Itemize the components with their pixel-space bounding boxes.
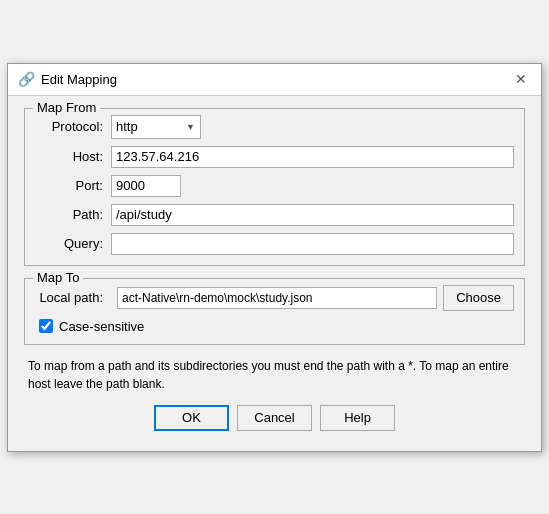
case-sensitive-label: Case-sensitive [59,319,144,334]
query-row: Query: [35,233,514,255]
protocol-row: Protocol: http https [35,115,514,139]
port-input[interactable] [111,175,181,197]
dialog-body: Map From Protocol: http https Host: Port… [8,96,541,451]
case-sensitive-checkbox[interactable] [39,319,53,333]
ok-button[interactable]: OK [154,405,229,431]
help-button[interactable]: Help [320,405,395,431]
protocol-select[interactable]: http https [111,115,201,139]
query-input[interactable] [111,233,514,255]
close-button[interactable]: ✕ [511,69,531,89]
path-label: Path: [35,207,103,222]
port-row: Port: [35,175,514,197]
map-to-group: Map To Local path: Choose Case-sensitive [24,278,525,345]
title-bar: 🔗 Edit Mapping ✕ [8,64,541,96]
map-to-label: Map To [33,270,83,285]
dialog-icon: 🔗 [18,71,35,87]
dialog-title: Edit Mapping [41,72,117,87]
info-text: To map from a path and its subdirectorie… [24,357,525,393]
edit-mapping-dialog: 🔗 Edit Mapping ✕ Map From Protocol: http… [7,63,542,452]
choose-button[interactable]: Choose [443,285,514,311]
title-bar-left: 🔗 Edit Mapping [18,71,117,87]
path-row: Path: [35,204,514,226]
local-path-input[interactable] [117,287,437,309]
host-row: Host: [35,146,514,168]
host-input[interactable] [111,146,514,168]
map-from-group: Map From Protocol: http https Host: Port… [24,108,525,266]
path-input[interactable] [111,204,514,226]
map-from-label: Map From [33,100,100,115]
port-label: Port: [35,178,103,193]
case-sensitive-row: Case-sensitive [35,319,514,334]
protocol-label: Protocol: [35,119,103,134]
protocol-select-wrapper: http https [111,115,201,139]
local-path-row: Local path: Choose [35,285,514,311]
host-label: Host: [35,149,103,164]
button-row: OK Cancel Help [24,405,525,441]
local-path-label: Local path: [35,290,103,305]
query-label: Query: [35,236,103,251]
cancel-button[interactable]: Cancel [237,405,312,431]
